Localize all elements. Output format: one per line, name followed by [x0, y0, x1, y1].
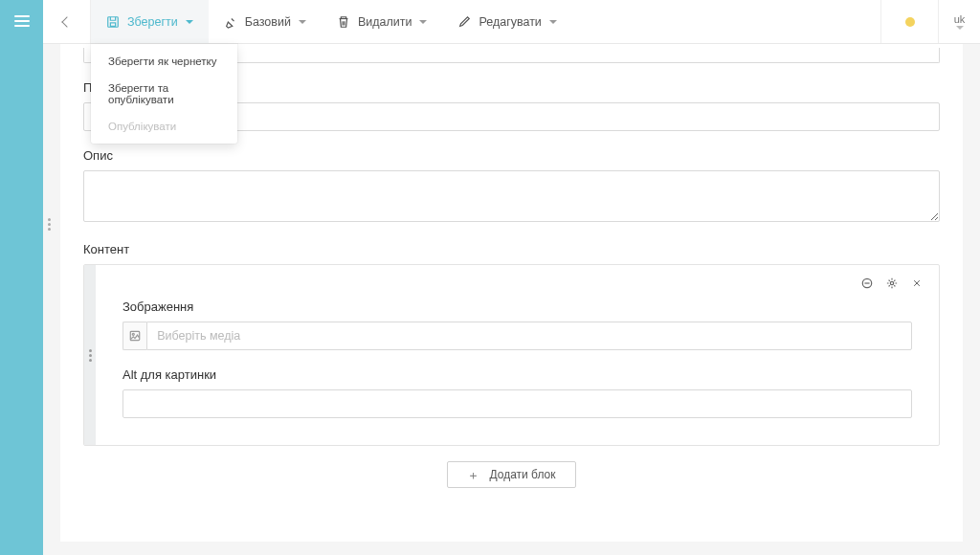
chevron-left-icon [61, 16, 72, 27]
hamburger-icon[interactable] [14, 15, 30, 27]
inner-add-block-row: ＋ Додати блок [83, 461, 940, 488]
field-image: Зображення [122, 300, 912, 350]
description-textarea[interactable] [83, 170, 940, 222]
basic-dropdown-button[interactable]: Базовий [209, 0, 322, 43]
content-label: Контент [83, 242, 940, 256]
back-button[interactable] [43, 0, 91, 43]
block-close-button[interactable] [910, 277, 924, 290]
delete-label: Видалити [358, 15, 412, 29]
field-content: Контент [83, 242, 940, 488]
plus-icon: ＋ [467, 469, 479, 481]
block-drag-handle[interactable] [84, 265, 96, 445]
svg-point-5 [132, 333, 134, 335]
media-picker [122, 322, 912, 350]
left-rail [0, 0, 43, 555]
media-input[interactable] [146, 322, 912, 350]
content-block: Зображення Alt для картинки [83, 264, 940, 446]
edit-dropdown-button[interactable]: Редагувати [442, 0, 571, 43]
svg-point-3 [890, 281, 893, 284]
svg-rect-0 [108, 16, 119, 27]
topbar: Зберегти Базовий Видалити Редагувати [43, 0, 980, 44]
alt-input[interactable] [122, 389, 912, 418]
menu-save-draft[interactable]: Зберегти як чернетку [91, 48, 237, 75]
edit-label: Редагувати [479, 15, 541, 29]
alt-label: Alt для картинки [122, 367, 912, 382]
menu-publish: Опублікувати [91, 113, 237, 140]
save-dropdown-button[interactable]: Зберегти [91, 0, 209, 43]
language-switcher[interactable]: uk [938, 0, 980, 43]
add-block-button-inner[interactable]: ＋ Додати блок [447, 461, 575, 488]
language-code: uk [954, 13, 966, 25]
basic-label: Базовий [245, 15, 291, 29]
add-block-label: Додати блок [489, 468, 555, 481]
status-indicator[interactable] [880, 0, 938, 43]
block-settings-button[interactable] [885, 277, 899, 290]
save-dropdown-menu: Зберегти як чернетку Зберегти та опублік… [91, 44, 237, 144]
brush-icon [224, 15, 237, 29]
pencil-icon [457, 15, 471, 29]
menu-save-publish[interactable]: Зберегти та опублікувати [91, 75, 237, 113]
chevron-down-icon [419, 20, 427, 24]
delete-dropdown-button[interactable]: Видалити [322, 0, 443, 43]
chevron-down-icon [549, 20, 557, 24]
toolbar-group: Зберегти Базовий Видалити Редагувати [91, 0, 572, 43]
chevron-down-icon [956, 26, 964, 30]
save-icon [106, 15, 120, 29]
svg-rect-1 [110, 22, 115, 26]
description-label: Опис [83, 148, 940, 163]
status-dot-icon [905, 17, 915, 27]
chevron-down-icon [299, 20, 306, 24]
chevron-down-icon [186, 20, 193, 24]
field-description: Опис [83, 148, 940, 225]
block-tools [860, 277, 924, 290]
save-label: Зберегти [127, 15, 178, 29]
field-alt: Alt для картинки [122, 367, 912, 418]
trash-icon [337, 15, 350, 29]
block-collapse-button[interactable] [860, 277, 874, 290]
block-body: Зображення Alt для картинки [96, 265, 939, 445]
image-icon[interactable] [122, 322, 146, 350]
image-label: Зображення [122, 300, 912, 314]
